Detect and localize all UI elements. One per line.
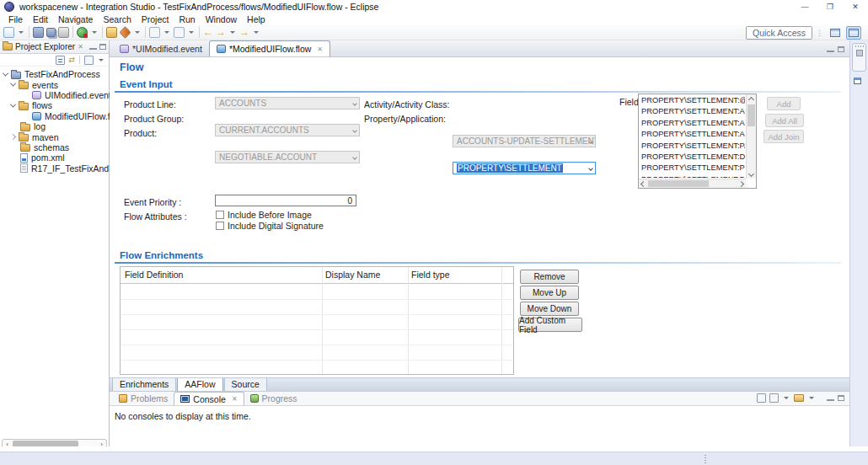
tab-aaflow[interactable]: AAFlow bbox=[177, 378, 222, 392]
collapse-all-icon[interactable] bbox=[56, 56, 65, 65]
move-up-button[interactable]: Move Up bbox=[520, 286, 579, 300]
t24-run-dropdown-icon[interactable] bbox=[92, 31, 97, 34]
menu-window[interactable]: Window bbox=[201, 14, 242, 24]
tab-close-icon[interactable]: ✕ bbox=[232, 395, 238, 403]
project-explorer-title[interactable]: Project Explorer bbox=[15, 42, 75, 51]
tab-problems[interactable]: Problems bbox=[113, 392, 174, 405]
tree-item-pom-xml[interactable]: pom.xml bbox=[0, 152, 109, 163]
new-wizard-icon[interactable] bbox=[3, 27, 14, 38]
menu-run[interactable]: Run bbox=[174, 14, 200, 24]
add-custom-field-button[interactable]: Add Custom Field bbox=[518, 318, 582, 332]
explorer-tab-close-icon[interactable]: ✕ bbox=[78, 43, 83, 51]
last-edit-icon[interactable]: → bbox=[239, 27, 249, 38]
tree-item-schemas[interactable]: schemas bbox=[0, 142, 109, 152]
field-list[interactable]: PROPERTY\SETTLEMENT:@ID : string PROPERT… bbox=[638, 94, 757, 189]
forward-dropdown-icon[interactable] bbox=[230, 31, 235, 34]
menu-project[interactable]: Project bbox=[137, 14, 174, 24]
editor-maximize-icon[interactable] bbox=[838, 46, 844, 52]
property-application-combo[interactable]: PROPERTY\SETTLEMENT bbox=[453, 162, 596, 174]
field-list-item[interactable]: PROPERTY\SETTLEMENT:PR.VALUE : s bbox=[640, 174, 745, 178]
tab-progress[interactable]: Progress bbox=[244, 392, 303, 405]
menu-file[interactable]: File bbox=[3, 14, 28, 24]
menu-edit[interactable]: Edit bbox=[28, 14, 53, 24]
launch-icon[interactable] bbox=[119, 26, 131, 39]
tab-source[interactable]: Source bbox=[224, 378, 267, 392]
forward-arrow-icon[interactable]: → bbox=[216, 27, 226, 38]
editor-tab-uimodified-event[interactable]: *UIModified.event bbox=[113, 40, 209, 56]
scrollbar-thumb[interactable] bbox=[747, 104, 755, 126]
scroll-down-icon[interactable] bbox=[748, 171, 754, 177]
explorer-maximize-icon[interactable] bbox=[99, 44, 106, 50]
add-join-button[interactable]: Add Join bbox=[764, 130, 804, 143]
tree-item-flows[interactable]: flows bbox=[0, 100, 109, 110]
field-list-horizontal-scrollbar[interactable] bbox=[639, 179, 746, 188]
drag-handle-icon[interactable] bbox=[855, 45, 864, 47]
tree-item-maven[interactable]: maven bbox=[0, 131, 109, 142]
field-list-item[interactable]: PROPERTY\SETTLEMENT:ACTIVITY : st bbox=[640, 118, 745, 129]
save-icon[interactable] bbox=[33, 27, 44, 38]
menu-search[interactable]: Search bbox=[98, 14, 136, 24]
include-before-image-checkbox[interactable] bbox=[216, 211, 224, 219]
save-all-icon[interactable] bbox=[46, 28, 56, 37]
add-button[interactable]: Add bbox=[767, 97, 801, 110]
field-list-item[interactable]: PROPERTY\SETTLEMENT:@ID : string bbox=[640, 95, 745, 106]
scroll-left-icon[interactable] bbox=[640, 181, 646, 187]
launch-dropdown-icon[interactable] bbox=[135, 31, 140, 34]
move-down-button[interactable]: Move Down bbox=[520, 302, 579, 316]
expander-icon[interactable] bbox=[10, 81, 16, 87]
include-digital-signature-checkbox[interactable] bbox=[216, 222, 224, 230]
menu-navigate[interactable]: Navigate bbox=[53, 14, 98, 24]
editor-tab-modifieduiflow-flow[interactable]: *ModifiedUIFlow.flow ✕ bbox=[209, 40, 330, 56]
open-console-icon[interactable] bbox=[794, 394, 804, 402]
collapsed-view-icon[interactable] bbox=[856, 50, 863, 56]
tab-close-icon[interactable]: ✕ bbox=[317, 45, 323, 53]
close-button[interactable]: ✕ bbox=[843, 0, 868, 13]
product-line-combo[interactable]: ACCOUNTS bbox=[215, 97, 360, 110]
tree-item-modifieduiflow-flow[interactable]: ModifiedUIFlow.flow bbox=[0, 111, 109, 121]
field-list-vertical-scrollbar[interactable] bbox=[746, 94, 756, 179]
field-list-item[interactable]: PROPERTY\SETTLEMENT:DD.MANDA bbox=[640, 152, 745, 163]
minimize-button[interactable]: — bbox=[792, 0, 817, 13]
event-priority-input[interactable]: 0 bbox=[215, 195, 356, 206]
column-field-definition[interactable]: Field Definition bbox=[125, 270, 183, 280]
tree-item-events[interactable]: events bbox=[0, 79, 109, 89]
view-menu-dropdown-icon[interactable] bbox=[99, 59, 104, 61]
field-list-item[interactable]: PROPERTY\SETTLEMENT:ACTION : str bbox=[640, 129, 745, 140]
expander-icon[interactable] bbox=[3, 70, 8, 76]
back-arrow-icon[interactable]: ← bbox=[203, 27, 213, 38]
field-list-item[interactable]: PROPERTY\SETTLEMENT:ARRANGEM bbox=[640, 106, 745, 117]
debug-config-icon[interactable] bbox=[174, 27, 185, 38]
tab-enrichments[interactable]: Enrichments bbox=[112, 378, 176, 392]
link-with-editor-icon[interactable]: ⇄ bbox=[68, 56, 75, 65]
expander-icon[interactable] bbox=[10, 134, 16, 140]
console-minimize-icon[interactable] bbox=[827, 395, 834, 401]
product-combo[interactable]: NEGOTIABLE.ACCOUNT bbox=[215, 151, 360, 163]
scroll-up-icon[interactable] bbox=[748, 97, 754, 103]
add-all-button[interactable]: Add All bbox=[765, 114, 804, 127]
new-dropdown-icon[interactable] bbox=[19, 31, 24, 34]
print-icon[interactable] bbox=[58, 27, 69, 38]
display-console-dropdown-icon[interactable] bbox=[784, 397, 789, 399]
field-list-item[interactable]: PROPERTY\SETTLEMENT:PR.ATTRIBU bbox=[640, 163, 745, 174]
tree-item-log[interactable]: log bbox=[0, 121, 109, 131]
t24-run-icon[interactable] bbox=[77, 27, 88, 38]
debug-config-dropdown-icon[interactable] bbox=[189, 31, 194, 34]
display-console-icon[interactable] bbox=[769, 393, 779, 403]
open-folder-icon[interactable] bbox=[106, 27, 117, 38]
expander-icon[interactable] bbox=[10, 101, 16, 107]
scrollbar-thumb[interactable] bbox=[648, 180, 709, 187]
maximize-button[interactable]: ❐ bbox=[817, 0, 843, 13]
editor-minimize-icon[interactable] bbox=[827, 46, 834, 52]
tree-item-project[interactable]: TestFixAndProcess bbox=[0, 69, 109, 79]
quick-access-box[interactable]: Quick Access bbox=[746, 26, 812, 40]
pin-console-icon[interactable] bbox=[757, 393, 766, 403]
field-list-item[interactable]: PROPERTY\SETTLEMENT:PAYMENT.TY bbox=[640, 141, 745, 152]
perspective-other-icon[interactable] bbox=[828, 26, 843, 40]
tree-item-r17-file[interactable]: R17_IF_TestFixAndProcess, bbox=[0, 163, 109, 174]
remove-button[interactable]: Remove bbox=[520, 270, 579, 284]
tree-item-uimodified-event[interactable]: UIModified.event bbox=[0, 90, 109, 100]
enrichments-table[interactable]: Field Definition Display Name Field type bbox=[120, 266, 514, 375]
product-group-combo[interactable]: CURRENT.ACCOUNTS bbox=[215, 124, 360, 136]
column-display-name[interactable]: Display Name bbox=[325, 270, 380, 280]
view-menu-icon[interactable] bbox=[84, 56, 94, 65]
